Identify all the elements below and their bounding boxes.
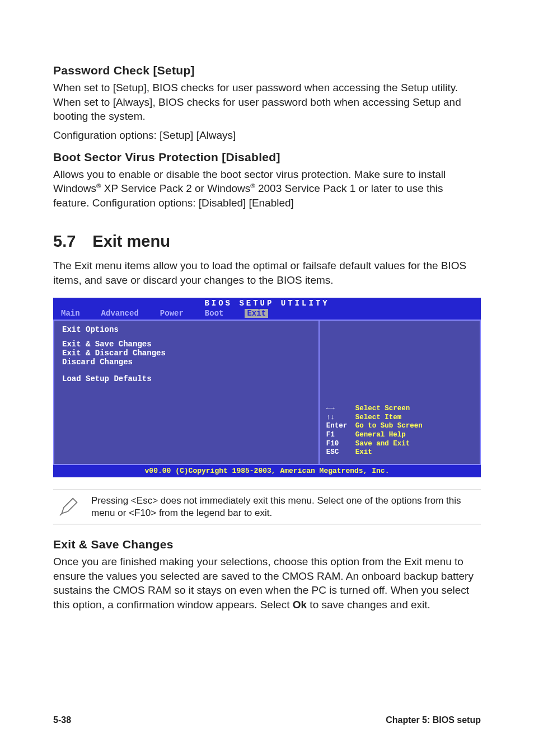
note-block: Pressing <Esc> does not immediately exit… (53, 490, 481, 524)
help-txt: Go to Sub Screen (355, 422, 423, 431)
pencil-icon (53, 495, 76, 519)
para-password-opts: Configuration options: [Setup] [Always] (53, 128, 481, 143)
help-row: ↑↓Select Item (326, 414, 475, 422)
spacer (62, 367, 311, 374)
help-txt: Select Screen (355, 405, 410, 414)
bios-item-save[interactable]: Exit & Save Changes (62, 340, 311, 349)
bios-group-title: Exit Options (62, 325, 311, 334)
help-key: Enter (326, 422, 355, 431)
bios-item-defaults[interactable]: Load Setup Defaults (62, 374, 311, 383)
bios-tab-advanced[interactable]: Advanced (101, 309, 139, 318)
bios-tab-exit[interactable]: Exit (245, 309, 268, 318)
bios-body: Exit Options Exit & Save Changes Exit & … (53, 320, 481, 465)
page-number: 5-38 (53, 715, 71, 725)
help-row: ←→Select Screen (326, 405, 475, 414)
text-part: to save changes and exit. (307, 599, 430, 611)
para-password-check: When set to [Setup], BIOS checks for use… (53, 81, 481, 124)
help-row: F10Save and Exit (326, 440, 475, 449)
heading-exit-save: Exit & Save Changes (53, 538, 481, 551)
heading-exit-menu: 5.7 Exit menu (53, 232, 481, 251)
help-txt: Select Item (355, 414, 402, 422)
bios-help-legend: ←→Select Screen ↑↓Select Item EnterGo to… (326, 405, 475, 457)
help-txt: General Help (355, 431, 406, 440)
heading-boot-sector: Boot Sector Virus Protection [Disabled] (53, 151, 481, 164)
help-row: ESCExit (326, 448, 475, 457)
text-part: XP Service Pack 2 or Windows (101, 182, 250, 194)
help-row: F1General Help (326, 431, 475, 440)
help-row: EnterGo to Sub Screen (326, 422, 475, 431)
help-key: F10 (326, 440, 355, 449)
bios-screenshot: BIOS SETUP UTILITY Main Advanced Power B… (53, 298, 481, 477)
bios-item-discard[interactable]: Discard Changes (62, 358, 311, 367)
help-key: ↑↓ (326, 414, 355, 422)
bios-tab-bar: Main Advanced Power Boot Exit (53, 308, 481, 320)
ok-label: Ok (293, 599, 307, 611)
bios-tab-boot[interactable]: Boot (205, 309, 224, 318)
bios-left-panel: Exit Options Exit & Save Changes Exit & … (53, 320, 320, 465)
bios-tab-power[interactable]: Power (160, 309, 184, 318)
para-boot-sector: Allows you to enable or disable the boot… (53, 167, 481, 210)
para-exit-intro: The Exit menu items allow you to load th… (53, 259, 481, 287)
bios-item-discard-exit[interactable]: Exit & Discard Changes (62, 349, 311, 358)
help-key: ←→ (326, 405, 355, 414)
bios-tab-main[interactable]: Main (61, 309, 80, 318)
bios-right-panel: ←→Select Screen ↑↓Select Item EnterGo to… (320, 320, 481, 465)
bios-copyright: v00.00 (C)Copyright 1985-2003, American … (53, 465, 481, 477)
reg-mark: ® (250, 182, 255, 189)
help-txt: Save and Exit (355, 440, 410, 449)
section-number: 5.7 (53, 232, 76, 251)
help-key: ESC (326, 448, 355, 457)
para-exit-save: Once you are finished making your select… (53, 555, 481, 612)
section-title: Exit menu (92, 232, 170, 251)
page-footer: 5-38 Chapter 5: BIOS setup (53, 715, 481, 725)
chapter-label: Chapter 5: BIOS setup (386, 715, 481, 725)
heading-password-check: Password Check [Setup] (53, 64, 481, 77)
bios-title: BIOS SETUP UTILITY (53, 298, 481, 308)
help-txt: Exit (355, 448, 372, 457)
help-key: F1 (326, 431, 355, 440)
note-text: Pressing <Esc> does not immediately exit… (91, 495, 481, 519)
